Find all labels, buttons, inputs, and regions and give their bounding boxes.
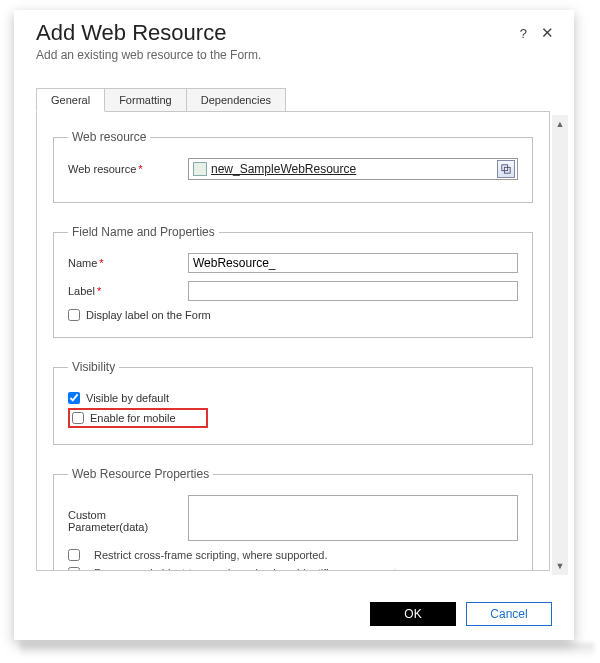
web-resource-lookup[interactable]: new_SampleWebResource [188,158,518,180]
scroll-up-icon[interactable]: ▲ [556,115,565,133]
legend-visibility: Visibility [68,360,119,374]
display-label-text: Display label on the Form [86,309,211,321]
add-web-resource-dialog: ? ✕ Add Web Resource Add an existing web… [14,10,574,640]
dialog-subtitle: Add an existing web resource to the Form… [36,48,552,62]
display-label-checkbox[interactable] [68,309,80,321]
section-field-properties: Field Name and Properties Name* Label* [53,225,533,338]
legend-field-properties: Field Name and Properties [68,225,219,239]
pass-record-checkbox[interactable] [68,567,80,571]
enable-mobile-checkbox[interactable] [72,412,84,424]
cancel-button[interactable]: Cancel [466,602,552,626]
help-icon[interactable]: ? [520,26,527,41]
ok-button[interactable]: OK [370,602,456,626]
lookup-button[interactable] [497,160,515,178]
web-resource-label: Web resource* [68,163,188,175]
legend-web-resource: Web resource [68,130,150,144]
vertical-scrollbar[interactable]: ▲ ▼ [552,115,568,575]
close-icon[interactable]: ✕ [541,24,554,42]
name-input[interactable] [188,253,518,273]
tab-strip: General Formatting Dependencies [36,88,550,112]
name-label: Name* [68,257,188,269]
enable-mobile-text: Enable for mobile [90,412,176,424]
dialog-footer: OK Cancel [14,592,574,640]
label-input[interactable] [188,281,518,301]
visible-default-text: Visible by default [86,392,169,404]
tab-panel-general: Web resource Web resource* new_SampleWeb… [36,111,550,571]
web-resource-type-icon [193,162,207,176]
web-resource-value[interactable]: new_SampleWebResource [211,162,493,176]
tab-dependencies[interactable]: Dependencies [186,88,286,112]
restrict-xframe-checkbox[interactable] [68,549,80,561]
scroll-down-icon[interactable]: ▼ [556,557,565,575]
tab-formatting[interactable]: Formatting [104,88,187,112]
label-label: Label* [68,285,188,297]
visible-default-checkbox[interactable] [68,392,80,404]
custom-param-input[interactable] [188,495,518,541]
legend-wr-properties: Web Resource Properties [68,467,213,481]
section-web-resource-properties: Web Resource Properties Custom Parameter… [53,467,533,571]
restrict-xframe-text: Restrict cross-frame scripting, where su… [94,549,328,561]
section-web-resource: Web resource Web resource* new_SampleWeb… [53,130,533,203]
enable-mobile-highlight: Enable for mobile [68,408,208,428]
pass-record-text: Pass record object-type code and unique … [94,567,415,571]
section-visibility: Visibility Visible by default Enable for… [53,360,533,445]
custom-param-label: Custom Parameter(data) [68,495,188,533]
dialog-title: Add Web Resource [36,20,552,46]
tab-general[interactable]: General [36,88,105,112]
